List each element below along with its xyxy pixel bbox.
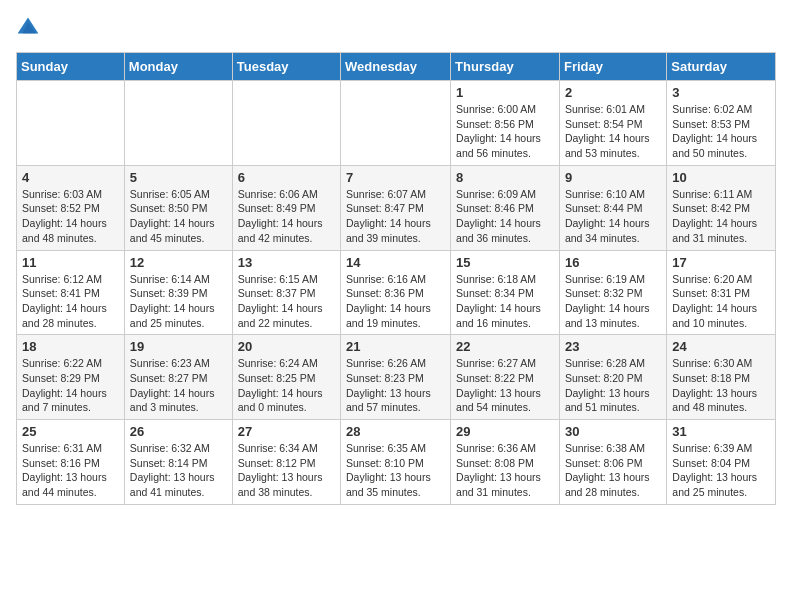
- calendar-week-1: 1Sunrise: 6:00 AMSunset: 8:56 PMDaylight…: [17, 81, 776, 166]
- calendar-cell: 7Sunrise: 6:07 AMSunset: 8:47 PMDaylight…: [341, 165, 451, 250]
- day-number: 25: [22, 424, 119, 439]
- day-info: Sunrise: 6:01 AMSunset: 8:54 PMDaylight:…: [565, 102, 661, 161]
- day-info: Sunrise: 6:16 AMSunset: 8:36 PMDaylight:…: [346, 272, 445, 331]
- day-info: Sunrise: 6:22 AMSunset: 8:29 PMDaylight:…: [22, 356, 119, 415]
- calendar-cell: 16Sunrise: 6:19 AMSunset: 8:32 PMDayligh…: [559, 250, 666, 335]
- day-info: Sunrise: 6:31 AMSunset: 8:16 PMDaylight:…: [22, 441, 119, 500]
- day-info: Sunrise: 6:35 AMSunset: 8:10 PMDaylight:…: [346, 441, 445, 500]
- day-info: Sunrise: 6:02 AMSunset: 8:53 PMDaylight:…: [672, 102, 770, 161]
- day-number: 8: [456, 170, 554, 185]
- calendar-cell: 29Sunrise: 6:36 AMSunset: 8:08 PMDayligh…: [451, 420, 560, 505]
- day-number: 27: [238, 424, 335, 439]
- day-number: 28: [346, 424, 445, 439]
- weekday-header-sunday: Sunday: [17, 53, 125, 81]
- calendar-cell: 12Sunrise: 6:14 AMSunset: 8:39 PMDayligh…: [124, 250, 232, 335]
- day-number: 23: [565, 339, 661, 354]
- day-number: 7: [346, 170, 445, 185]
- calendar-cell: 9Sunrise: 6:10 AMSunset: 8:44 PMDaylight…: [559, 165, 666, 250]
- logo-icon: [16, 16, 40, 40]
- day-info: Sunrise: 6:27 AMSunset: 8:22 PMDaylight:…: [456, 356, 554, 415]
- calendar-cell: 23Sunrise: 6:28 AMSunset: 8:20 PMDayligh…: [559, 335, 666, 420]
- calendar-table: SundayMondayTuesdayWednesdayThursdayFrid…: [16, 52, 776, 505]
- day-number: 18: [22, 339, 119, 354]
- day-info: Sunrise: 6:38 AMSunset: 8:06 PMDaylight:…: [565, 441, 661, 500]
- calendar-week-2: 4Sunrise: 6:03 AMSunset: 8:52 PMDaylight…: [17, 165, 776, 250]
- day-info: Sunrise: 6:19 AMSunset: 8:32 PMDaylight:…: [565, 272, 661, 331]
- day-info: Sunrise: 6:30 AMSunset: 8:18 PMDaylight:…: [672, 356, 770, 415]
- weekday-header-friday: Friday: [559, 53, 666, 81]
- day-info: Sunrise: 6:36 AMSunset: 8:08 PMDaylight:…: [456, 441, 554, 500]
- day-number: 22: [456, 339, 554, 354]
- calendar-cell: 3Sunrise: 6:02 AMSunset: 8:53 PMDaylight…: [667, 81, 776, 166]
- calendar-cell: [124, 81, 232, 166]
- calendar-cell: 15Sunrise: 6:18 AMSunset: 8:34 PMDayligh…: [451, 250, 560, 335]
- day-info: Sunrise: 6:34 AMSunset: 8:12 PMDaylight:…: [238, 441, 335, 500]
- day-number: 26: [130, 424, 227, 439]
- calendar-cell: 13Sunrise: 6:15 AMSunset: 8:37 PMDayligh…: [232, 250, 340, 335]
- calendar-cell: 24Sunrise: 6:30 AMSunset: 8:18 PMDayligh…: [667, 335, 776, 420]
- calendar-cell: 30Sunrise: 6:38 AMSunset: 8:06 PMDayligh…: [559, 420, 666, 505]
- calendar-cell: 5Sunrise: 6:05 AMSunset: 8:50 PMDaylight…: [124, 165, 232, 250]
- calendar-cell: 11Sunrise: 6:12 AMSunset: 8:41 PMDayligh…: [17, 250, 125, 335]
- day-info: Sunrise: 6:18 AMSunset: 8:34 PMDaylight:…: [456, 272, 554, 331]
- calendar-cell: 20Sunrise: 6:24 AMSunset: 8:25 PMDayligh…: [232, 335, 340, 420]
- calendar-cell: 17Sunrise: 6:20 AMSunset: 8:31 PMDayligh…: [667, 250, 776, 335]
- day-info: Sunrise: 6:23 AMSunset: 8:27 PMDaylight:…: [130, 356, 227, 415]
- day-number: 13: [238, 255, 335, 270]
- calendar-cell: 19Sunrise: 6:23 AMSunset: 8:27 PMDayligh…: [124, 335, 232, 420]
- day-info: Sunrise: 6:06 AMSunset: 8:49 PMDaylight:…: [238, 187, 335, 246]
- calendar-cell: [341, 81, 451, 166]
- weekday-header-thursday: Thursday: [451, 53, 560, 81]
- day-number: 3: [672, 85, 770, 100]
- day-number: 29: [456, 424, 554, 439]
- calendar-cell: 2Sunrise: 6:01 AMSunset: 8:54 PMDaylight…: [559, 81, 666, 166]
- day-number: 5: [130, 170, 227, 185]
- day-info: Sunrise: 6:05 AMSunset: 8:50 PMDaylight:…: [130, 187, 227, 246]
- weekday-header-tuesday: Tuesday: [232, 53, 340, 81]
- day-number: 15: [456, 255, 554, 270]
- day-info: Sunrise: 6:00 AMSunset: 8:56 PMDaylight:…: [456, 102, 554, 161]
- day-info: Sunrise: 6:09 AMSunset: 8:46 PMDaylight:…: [456, 187, 554, 246]
- weekday-header-monday: Monday: [124, 53, 232, 81]
- day-info: Sunrise: 6:14 AMSunset: 8:39 PMDaylight:…: [130, 272, 227, 331]
- day-number: 2: [565, 85, 661, 100]
- calendar-cell: 10Sunrise: 6:11 AMSunset: 8:42 PMDayligh…: [667, 165, 776, 250]
- day-number: 19: [130, 339, 227, 354]
- day-info: Sunrise: 6:12 AMSunset: 8:41 PMDaylight:…: [22, 272, 119, 331]
- day-number: 1: [456, 85, 554, 100]
- calendar-cell: 1Sunrise: 6:00 AMSunset: 8:56 PMDaylight…: [451, 81, 560, 166]
- day-info: Sunrise: 6:24 AMSunset: 8:25 PMDaylight:…: [238, 356, 335, 415]
- day-info: Sunrise: 6:20 AMSunset: 8:31 PMDaylight:…: [672, 272, 770, 331]
- day-info: Sunrise: 6:03 AMSunset: 8:52 PMDaylight:…: [22, 187, 119, 246]
- calendar-cell: 4Sunrise: 6:03 AMSunset: 8:52 PMDaylight…: [17, 165, 125, 250]
- page-header: [16, 16, 776, 44]
- calendar-week-4: 18Sunrise: 6:22 AMSunset: 8:29 PMDayligh…: [17, 335, 776, 420]
- calendar-cell: 26Sunrise: 6:32 AMSunset: 8:14 PMDayligh…: [124, 420, 232, 505]
- calendar-cell: [232, 81, 340, 166]
- day-number: 16: [565, 255, 661, 270]
- day-info: Sunrise: 6:32 AMSunset: 8:14 PMDaylight:…: [130, 441, 227, 500]
- calendar-cell: 6Sunrise: 6:06 AMSunset: 8:49 PMDaylight…: [232, 165, 340, 250]
- weekday-header-saturday: Saturday: [667, 53, 776, 81]
- day-info: Sunrise: 6:39 AMSunset: 8:04 PMDaylight:…: [672, 441, 770, 500]
- day-number: 31: [672, 424, 770, 439]
- day-info: Sunrise: 6:11 AMSunset: 8:42 PMDaylight:…: [672, 187, 770, 246]
- calendar-cell: [17, 81, 125, 166]
- calendar-week-3: 11Sunrise: 6:12 AMSunset: 8:41 PMDayligh…: [17, 250, 776, 335]
- calendar-cell: 31Sunrise: 6:39 AMSunset: 8:04 PMDayligh…: [667, 420, 776, 505]
- day-info: Sunrise: 6:28 AMSunset: 8:20 PMDaylight:…: [565, 356, 661, 415]
- calendar-cell: 8Sunrise: 6:09 AMSunset: 8:46 PMDaylight…: [451, 165, 560, 250]
- day-info: Sunrise: 6:15 AMSunset: 8:37 PMDaylight:…: [238, 272, 335, 331]
- calendar-cell: 18Sunrise: 6:22 AMSunset: 8:29 PMDayligh…: [17, 335, 125, 420]
- day-number: 4: [22, 170, 119, 185]
- day-info: Sunrise: 6:07 AMSunset: 8:47 PMDaylight:…: [346, 187, 445, 246]
- calendar-cell: 27Sunrise: 6:34 AMSunset: 8:12 PMDayligh…: [232, 420, 340, 505]
- day-number: 10: [672, 170, 770, 185]
- day-number: 30: [565, 424, 661, 439]
- day-number: 12: [130, 255, 227, 270]
- day-info: Sunrise: 6:10 AMSunset: 8:44 PMDaylight:…: [565, 187, 661, 246]
- day-number: 9: [565, 170, 661, 185]
- calendar-header-row: SundayMondayTuesdayWednesdayThursdayFrid…: [17, 53, 776, 81]
- day-info: Sunrise: 6:26 AMSunset: 8:23 PMDaylight:…: [346, 356, 445, 415]
- calendar-cell: 28Sunrise: 6:35 AMSunset: 8:10 PMDayligh…: [341, 420, 451, 505]
